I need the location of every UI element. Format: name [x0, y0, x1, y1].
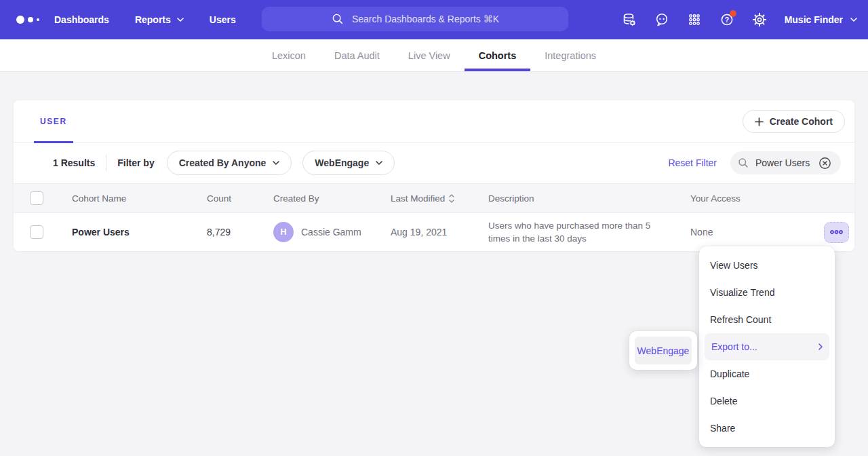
- tab-label: Data Audit: [334, 50, 380, 61]
- global-search-bar[interactable]: Search Dashboards & Reports ⌘K: [262, 7, 568, 31]
- create-cohort-button[interactable]: Create Cohort: [743, 110, 845, 133]
- apps-grid-icon[interactable]: [687, 12, 702, 27]
- divider: [106, 155, 106, 171]
- tab-integrations[interactable]: Integrations: [530, 39, 610, 71]
- top-navigation: Dashboards Reports Users Search Dashboar…: [0, 0, 868, 39]
- filter-by-label: Filter by: [117, 157, 154, 168]
- tab-lexicon[interactable]: Lexicon: [258, 39, 320, 71]
- menu-item-duplicate[interactable]: Duplicate: [699, 360, 835, 387]
- nav-item-label: Users: [210, 14, 236, 25]
- tab-label: Live View: [408, 50, 450, 61]
- creator-name: Cassie Gamm: [301, 227, 361, 238]
- create-cohort-label: Create Cohort: [770, 116, 833, 127]
- tab-label: Lexicon: [272, 50, 306, 61]
- column-header-label: Last Modified: [391, 193, 445, 204]
- last-modified-date: Aug 19, 2021: [391, 227, 488, 238]
- clear-search-icon[interactable]: [818, 157, 831, 170]
- svg-text:?: ?: [724, 16, 728, 24]
- chevron-right-icon: [818, 343, 823, 350]
- section-tabbar: Lexicon Data Audit Live View Cohorts Int…: [0, 39, 868, 72]
- more-options-icon: [830, 229, 843, 235]
- integration-filter-dropdown[interactable]: WebEngage: [302, 151, 395, 175]
- cohort-search-input[interactable]: [755, 157, 812, 168]
- plus-icon: [755, 117, 764, 126]
- chevron-down-icon: [850, 18, 857, 22]
- tab-label: Cohorts: [479, 50, 517, 61]
- help-icon[interactable]: ?: [719, 12, 734, 27]
- notification-badge: [730, 10, 736, 17]
- column-header-cohort-name: Cohort Name: [72, 193, 207, 204]
- tab-label: Integrations: [545, 50, 596, 61]
- filter-bar: 1 Results Filter by Created By Anyone We…: [14, 142, 854, 183]
- filter-value: WebEngage: [315, 157, 369, 168]
- tab-user-cohorts[interactable]: USER: [34, 100, 73, 142]
- nav-item-dashboards[interactable]: Dashboards: [54, 14, 109, 25]
- row-checkbox[interactable]: [30, 225, 43, 239]
- menu-item-export-to[interactable]: Export to...: [705, 333, 829, 360]
- menu-item-label: Duplicate: [710, 368, 749, 379]
- tab-cohorts[interactable]: Cohorts: [465, 39, 531, 71]
- your-access-value: None: [690, 227, 778, 238]
- menu-item-label: WebEngage: [637, 345, 690, 356]
- menu-item-label: Export to...: [711, 341, 757, 352]
- select-all-checkbox[interactable]: [30, 191, 43, 205]
- cohort-description: Users who have purchased more than 5 tim…: [488, 219, 661, 245]
- filter-right: Reset Filter: [668, 151, 841, 174]
- cohort-count: 8,729: [207, 227, 273, 238]
- column-header-created-by: Created By: [273, 193, 391, 204]
- panel-header: USER Create Cohort: [14, 100, 854, 142]
- menu-item-delete[interactable]: Delete: [699, 387, 835, 415]
- menu-item-label: Share: [710, 423, 735, 434]
- sort-icon: [449, 194, 454, 203]
- created-by-cell: H Cassie Gamm: [273, 222, 391, 242]
- menu-item-label: Refresh Count: [710, 314, 771, 325]
- feedback-icon[interactable]: [654, 12, 669, 27]
- menu-item-refresh-count[interactable]: Refresh Count: [699, 306, 835, 333]
- menu-item-label: Visualize Trend: [710, 287, 774, 298]
- table-header-row: Cohort Name Count Created By Last Modifi…: [14, 183, 854, 213]
- submenu-item-webengage[interactable]: WebEngage: [635, 337, 692, 364]
- avatar: H: [273, 222, 294, 242]
- cohort-name[interactable]: Power Users: [72, 227, 207, 238]
- chevron-down-icon: [177, 18, 184, 22]
- table-row[interactable]: Power Users 8,729 H Cassie Gamm Aug 19, …: [14, 213, 854, 251]
- nav-item-reports[interactable]: Reports: [135, 14, 184, 25]
- nav-utilities: ? Music Finder: [622, 0, 857, 39]
- project-selector[interactable]: Music Finder: [785, 14, 857, 25]
- column-header-last-modified[interactable]: Last Modified: [391, 193, 488, 204]
- nav-item-label: Reports: [135, 14, 171, 25]
- chevron-down-icon: [376, 161, 382, 165]
- export-to-submenu: WebEngage: [629, 331, 697, 370]
- column-header-your-access: Your Access: [690, 193, 778, 204]
- global-search-placeholder: Search Dashboards & Reports ⌘K: [352, 14, 499, 24]
- results-count: 1 Results: [53, 157, 95, 168]
- menu-item-visualize-trend[interactable]: Visualize Trend: [699, 279, 835, 306]
- mixpanel-logo-icon[interactable]: [16, 0, 39, 39]
- menu-item-label: View Users: [710, 260, 758, 271]
- tab-data-audit[interactable]: Data Audit: [320, 39, 394, 71]
- column-header-description: Description: [488, 193, 690, 204]
- primary-nav: Dashboards Reports Users: [54, 0, 236, 39]
- menu-item-view-users[interactable]: View Users: [699, 252, 835, 279]
- cohort-search-box: [730, 151, 841, 174]
- project-name: Music Finder: [785, 14, 843, 25]
- created-by-filter-dropdown[interactable]: Created By Anyone: [167, 151, 292, 175]
- nav-item-users[interactable]: Users: [210, 14, 236, 25]
- chevron-down-icon: [273, 161, 279, 165]
- tab-live-view[interactable]: Live View: [394, 39, 465, 71]
- filter-controls: 1 Results Filter by Created By Anyone We…: [53, 151, 395, 175]
- menu-item-share[interactable]: Share: [699, 415, 835, 442]
- row-actions-menu-button[interactable]: [824, 222, 849, 243]
- reset-filter-link[interactable]: Reset Filter: [668, 157, 717, 168]
- nav-item-label: Dashboards: [54, 14, 109, 25]
- data-management-icon[interactable]: [622, 12, 637, 27]
- tab-label: USER: [40, 117, 67, 126]
- settings-icon[interactable]: [752, 12, 767, 27]
- search-icon: [331, 12, 344, 26]
- search-icon: [737, 157, 749, 169]
- cohorts-panel: USER Create Cohort 1 Results Filter by C…: [14, 100, 854, 251]
- filter-value: Created By Anyone: [179, 157, 267, 168]
- column-header-count: Count: [207, 193, 273, 204]
- row-actions-context-menu: View Users Visualize Trend Refresh Count…: [699, 246, 835, 447]
- menu-item-label: Delete: [710, 396, 737, 406]
